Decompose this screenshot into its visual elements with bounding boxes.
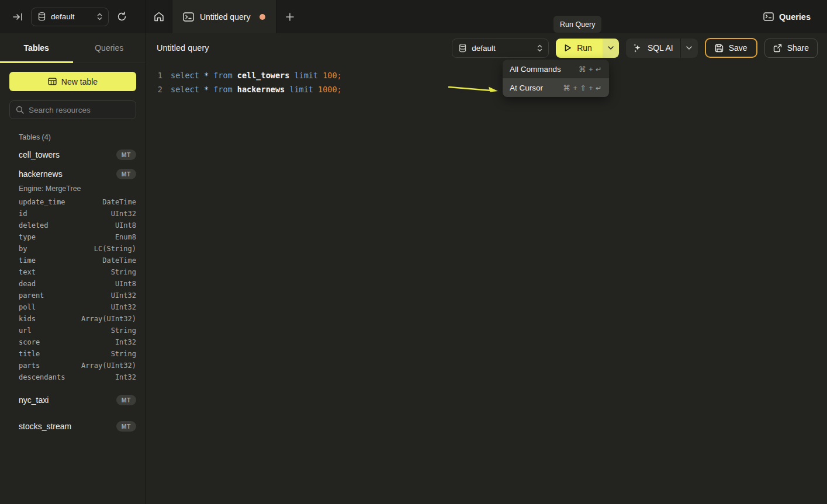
table-grid-icon	[48, 78, 57, 85]
table-row[interactable]: stocks_streamMT	[0, 416, 146, 436]
sql-token-table: hackernews	[237, 85, 285, 94]
sql-token-plain	[209, 71, 213, 80]
column-row: byLC(String)	[0, 243, 146, 255]
column-row: update_timeDateTime	[0, 196, 146, 208]
sparkles-icon	[633, 43, 642, 53]
unsaved-changes-dot	[259, 14, 265, 20]
sql-token-number: 1000	[318, 85, 337, 94]
search-icon	[16, 106, 24, 114]
sidebar-tab-queries[interactable]: Queries	[73, 33, 146, 62]
column-type: DateTime	[102, 256, 136, 265]
updown-chevron-icon	[97, 13, 102, 20]
column-name: parts	[19, 362, 40, 370]
sql-ai-split-button: SQL AI	[626, 39, 698, 58]
sql-token-semicolon: ;	[337, 71, 342, 80]
new-table-label: New table	[61, 77, 98, 86]
column-name: by	[19, 245, 27, 253]
run-query-tooltip-label: Run Query	[560, 20, 595, 29]
sql-token-keyword: select	[171, 85, 199, 94]
tab-label: Untitled query	[200, 12, 250, 22]
run-label: Run	[577, 43, 592, 53]
share-icon	[773, 44, 782, 53]
sql-token-number: 100	[323, 71, 337, 80]
column-type: LC(String)	[94, 245, 136, 253]
column-type: Int32	[115, 373, 136, 381]
database-selector[interactable]: default	[31, 8, 109, 26]
column-name: kids	[19, 315, 36, 323]
column-row: partsArray(UInt32)	[0, 360, 146, 371]
run-button[interactable]: Run	[556, 39, 603, 58]
app-window: default	[0, 0, 827, 504]
run-menu-item-label: All Commands	[510, 65, 561, 74]
column-type: Array(UInt32)	[81, 362, 136, 370]
sql-token-keyword: select	[171, 71, 199, 80]
table-row[interactable]: hackernewsMT	[0, 164, 146, 183]
sql-token-keyword: limit	[294, 71, 318, 80]
table-name: nyc_taxi	[19, 395, 116, 405]
run-menu-item[interactable]: At Cursor⌘ + ⇧ + ↵	[503, 78, 609, 97]
database-selector-value: default	[51, 12, 92, 21]
tables-section-label: Tables (4)	[19, 133, 136, 141]
sql-token-plain	[199, 85, 204, 94]
run-menu-item-shortcut: ⌘ + ⇧ + ↵	[563, 84, 602, 92]
run-options-caret[interactable]	[603, 39, 619, 58]
collapse-sidebar-icon	[13, 13, 23, 21]
sql-ai-options-caret[interactable]	[680, 39, 698, 58]
sidebar-tab-queries-label: Queries	[95, 43, 123, 53]
column-name: dead	[19, 280, 36, 288]
tables-list: cell_towersMThackernewsMTEngine: MergeTr…	[0, 145, 146, 436]
search-resources-input[interactable]	[29, 106, 132, 114]
table-name: cell_towers	[19, 150, 116, 159]
chevron-down-icon	[608, 46, 614, 50]
sql-token-plain	[209, 85, 213, 94]
code-line: 2select * from hackernews limit 1000;	[146, 82, 827, 96]
new-table-button[interactable]: New table	[9, 72, 136, 91]
column-name: parent	[19, 291, 44, 300]
engine-badge: MT	[116, 421, 136, 432]
table-row[interactable]: nyc_taxiMT	[0, 390, 146, 409]
queries-button[interactable]: Queries	[763, 12, 811, 22]
line-number: 1	[146, 68, 162, 82]
tab-untitled-query[interactable]: Untitled query	[172, 0, 276, 33]
home-button[interactable]	[146, 0, 172, 33]
column-row: kidsArray(UInt32)	[0, 313, 146, 325]
refresh-button[interactable]	[117, 12, 127, 22]
new-tab-button[interactable]	[276, 0, 303, 33]
run-split-button: Run	[556, 39, 619, 58]
share-label: Share	[787, 43, 809, 53]
column-type: String	[111, 350, 136, 358]
share-button[interactable]: Share	[764, 39, 818, 58]
column-row: timeDateTime	[0, 255, 146, 266]
table-name: hackernews	[19, 169, 116, 179]
column-type: UInt32	[111, 303, 136, 311]
column-row: titleString	[0, 348, 146, 360]
column-row: parentUInt32	[0, 290, 146, 301]
sidebar-tab-tables[interactable]: Tables	[0, 33, 73, 62]
database-icon	[38, 12, 46, 21]
save-button[interactable]: Save	[705, 38, 757, 58]
header-database-selector[interactable]: default	[452, 39, 549, 58]
search-box	[9, 100, 136, 119]
sidebar-tabs: Tables Queries	[0, 33, 146, 62]
table-row[interactable]: cell_towersMT	[0, 145, 146, 164]
header-database-selector-value: default	[472, 44, 532, 53]
topbar-left-section: default	[0, 0, 146, 33]
run-menu-item[interactable]: All Commands⌘ + ↵	[503, 60, 609, 78]
sql-ai-button[interactable]: SQL AI	[626, 39, 680, 58]
sql-editor[interactable]: 1select * from cell_towers limit 100;2se…	[146, 62, 827, 504]
column-name: poll	[19, 303, 36, 311]
sql-token-plain	[199, 71, 204, 80]
header-actions: default	[452, 38, 818, 58]
column-name: url	[19, 326, 32, 335]
column-name: deleted	[19, 221, 49, 230]
engine-badge: MT	[116, 169, 136, 179]
column-type: Array(UInt32)	[81, 315, 136, 323]
column-row: deadUInt8	[0, 278, 146, 290]
code-text: select * from hackernews limit 1000;	[162, 82, 342, 96]
run-menu-item-label: At Cursor	[510, 84, 543, 92]
floppy-disk-icon	[715, 44, 724, 53]
collapse-sidebar-button[interactable]	[13, 13, 23, 21]
line-number: 2	[146, 82, 162, 96]
top-bar: default	[0, 0, 827, 33]
column-name: time	[19, 256, 36, 265]
